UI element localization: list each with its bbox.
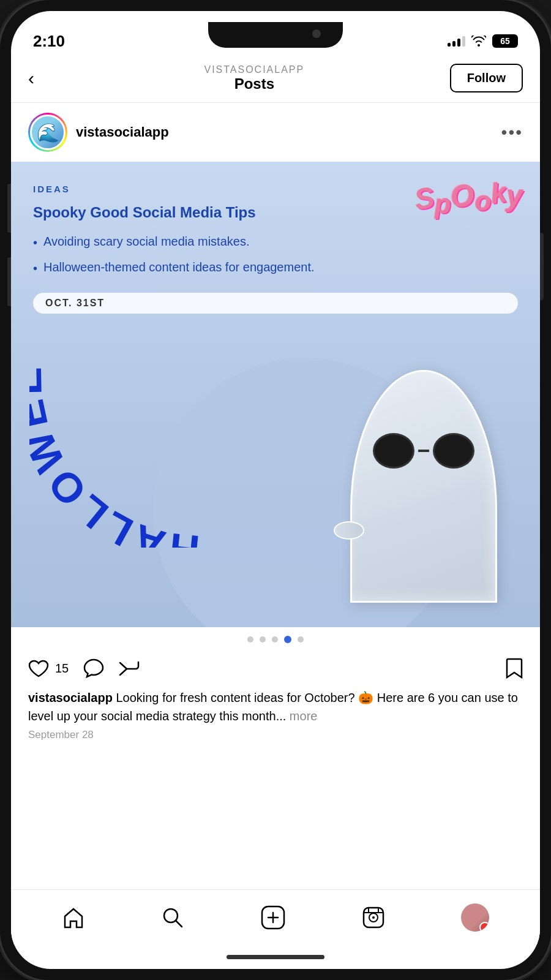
post-content: IDEAS SpOoky Spooky Good Social Media Ti… [11,162,540,627]
nav-search[interactable] [162,907,184,929]
like-count: 15 [55,662,69,676]
halloween-area: HALLOWEEN [11,309,540,627]
ghost-lens-right [433,433,474,469]
ghost-body [350,370,497,603]
comment-icon [83,658,104,678]
add-icon [261,905,285,930]
avatar: 🌊 [30,115,66,150]
caption-more[interactable]: more [286,709,317,723]
home-bar [227,955,324,959]
caption-text: vistasocialapp Looking for fresh content… [28,688,523,725]
bookmark-button[interactable] [506,658,523,679]
caption-date: September 28 [28,729,523,741]
nav-center: VISTASOCIALAPP Posts [59,64,450,92]
profile-avatar-nav [461,903,489,932]
action-left: 15 [28,658,140,678]
battery-icon: 65 [492,34,518,48]
home-icon [62,907,85,929]
ghost-glasses-bridge [418,450,429,452]
back-button[interactable]: ‹ [28,68,59,89]
nav-reels[interactable] [362,907,384,929]
halloween-text-container: HALLOWEEN [29,254,225,548]
nav-add[interactable] [261,905,285,930]
wifi-icon [471,36,486,47]
nav-title: Posts [59,75,450,92]
navigation-bar: ‹ VISTASOCIALAPP Posts Follow [11,54,540,103]
pagination-dots [11,627,540,652]
avatar-wrapper[interactable]: 🌊 [28,113,67,152]
phone-screen: 2:10 65 [11,11,540,969]
share-button[interactable] [119,659,140,677]
ghost-arm [334,521,364,540]
nav-app-name: VISTASOCIALAPP [59,64,450,75]
bottom-navigation [11,889,540,944]
camera-icon [312,29,321,38]
signal-icon [448,36,465,47]
post-image: IDEAS SpOoky Spooky Good Social Media Ti… [11,162,540,627]
action-bar: 15 [11,652,540,685]
avatar-cloud-icon: 🌊 [37,122,59,143]
post-bullet-1: • Avoiding scary social media mistakes. [33,233,518,251]
phone-frame: 2:10 65 [0,0,551,980]
reels-icon [362,907,384,929]
nav-profile[interactable] [461,903,489,932]
notch [208,22,343,48]
heart-icon [28,659,49,677]
dot-5 [298,636,304,643]
search-icon [162,907,184,929]
signal-bar-1 [448,43,451,47]
halloween-svg-text: HALLOWEEN [29,254,225,548]
nav-home[interactable] [62,907,85,929]
dot-2 [260,636,266,643]
bookmark-icon [506,658,523,679]
status-time: 2:10 [33,32,65,51]
profile-username[interactable]: vistasocialapp [76,124,169,140]
dot-3 [272,636,278,643]
ghost-figure [344,370,503,627]
status-icons: 65 [448,34,518,48]
signal-bar-3 [457,39,460,47]
follow-button[interactable]: Follow [450,64,523,92]
signal-bar-2 [452,41,455,47]
signal-bar-4 [462,36,465,47]
share-icon [119,659,140,677]
svg-point-5 [372,916,375,919]
caption-username[interactable]: vistasocialapp [28,691,113,704]
svg-text:HALLOWEEN: HALLOWEEN [29,254,201,548]
like-button[interactable]: 15 [28,659,69,677]
ghost-glasses [373,433,474,469]
dot-4-active [284,636,291,643]
caption-area: vistasocialapp Looking for fresh content… [11,685,540,747]
profile-row: 🌊 vistasocialapp ••• [11,103,540,162]
profile-left: 🌊 vistasocialapp [28,113,169,152]
comment-button[interactable] [83,658,104,678]
more-options-button[interactable]: ••• [501,123,523,142]
home-indicator [11,944,540,969]
dot-1 [247,636,253,643]
ghost-lens-left [373,433,414,469]
